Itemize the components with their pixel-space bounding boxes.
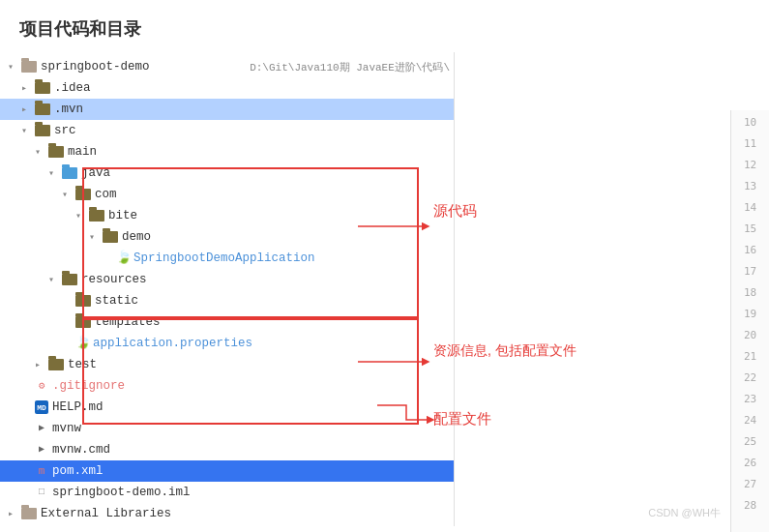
item-label: springboot-demo.iml <box>52 486 450 499</box>
tree-item-idea[interactable]: .idea <box>0 77 454 99</box>
page-title: 项目代码和目录 <box>0 0 769 52</box>
folder-icon <box>89 210 104 222</box>
item-label: SpringbootDemoApplication <box>133 251 450 265</box>
folder-icon <box>48 359 64 370</box>
tree-arrow <box>21 82 35 94</box>
line-number: 16 <box>731 240 769 261</box>
folder-icon <box>21 61 37 73</box>
tree-item-src[interactable]: src <box>0 120 454 141</box>
item-label: .idea <box>54 81 450 95</box>
folder-icon <box>75 295 91 307</box>
resource-info-annotation: 资源信息, 包括配置文件 <box>433 342 577 360</box>
tree-item-mvnw[interactable]: ▶mvnw <box>0 418 454 439</box>
item-label: mvnw <box>52 422 450 435</box>
file-icon: ⚙ <box>35 379 48 393</box>
tree-item-External Libraries[interactable]: External Libraries <box>0 503 454 524</box>
item-label: main <box>68 145 450 159</box>
tree-arrow <box>21 125 35 136</box>
file-icon: ▶ <box>35 443 48 457</box>
tree-arrow <box>75 210 89 222</box>
line-number: 23 <box>731 389 769 410</box>
item-label: test <box>68 358 450 371</box>
tree-arrow <box>48 274 62 285</box>
tree-arrow <box>62 189 75 200</box>
tree-arrow <box>89 231 103 243</box>
line-numbers-panel: 10111213141516171819202122232425262728 <box>730 110 769 532</box>
tree-item-pom.xml[interactable]: mpom.xml <box>0 460 454 482</box>
folder-icon <box>103 231 118 243</box>
file-icon: 🍃 <box>116 251 130 265</box>
item-label: mvnw.cmd <box>52 443 450 457</box>
file-icon: MD <box>35 400 48 414</box>
tree-item-HELP.md[interactable]: MDHELP.md <box>0 397 454 418</box>
tree-item-mvn[interactable]: .mvn <box>0 99 454 120</box>
line-number: 17 <box>731 261 769 282</box>
item-label: java <box>81 166 450 180</box>
tree-item-resources[interactable]: resources <box>0 269 454 290</box>
line-number: 20 <box>731 325 769 346</box>
file-icon: 🍃 <box>75 337 89 350</box>
line-number: 10 <box>731 112 769 133</box>
line-number: 26 <box>731 453 769 474</box>
folder-icon <box>75 316 91 328</box>
file-icon: m <box>35 464 48 478</box>
item-label: demo <box>122 230 450 244</box>
line-number: 21 <box>731 346 769 368</box>
line-number: 25 <box>731 431 769 453</box>
folder-icon <box>35 82 50 94</box>
folder-icon <box>62 274 77 285</box>
folder-icon <box>35 103 50 115</box>
csdn-credit: CSDN @WH牛 <box>648 506 721 520</box>
line-number: 22 <box>731 368 769 389</box>
tree-item-SpringbootDemoApplication[interactable]: 🍃SpringbootDemoApplication <box>0 248 454 269</box>
line-number: 28 <box>731 495 769 517</box>
tree-item-springboot-demo.iml[interactable]: □springboot-demo.iml <box>0 482 454 503</box>
folder-icon <box>48 146 64 158</box>
item-label: resources <box>81 273 450 286</box>
file-tree-panel: springboot-demoD:\Git\Java110期 JavaEE进阶\… <box>0 52 455 526</box>
line-number: 11 <box>731 133 769 155</box>
tree-item-bite[interactable]: bite <box>0 205 454 226</box>
item-extra: D:\Git\Java110期 JavaEE进阶\代码\ <box>250 60 450 74</box>
line-number: 15 <box>731 219 769 240</box>
tree-item-main[interactable]: main <box>0 141 454 163</box>
tree-arrow <box>48 167 62 179</box>
tree-item-java[interactable]: java <box>0 163 454 184</box>
item-label: static <box>95 294 450 308</box>
file-icon: □ <box>35 486 48 499</box>
tree-arrow <box>8 61 21 73</box>
item-label: External Libraries <box>41 507 450 520</box>
tree-item-application.properties[interactable]: 🍃application.properties <box>0 333 454 354</box>
tree-item-springboot-demo[interactable]: springboot-demoD:\Git\Java110期 JavaEE进阶\… <box>0 56 454 77</box>
tree-arrow <box>35 359 48 370</box>
item-label: templates <box>95 315 450 329</box>
line-number: 18 <box>731 282 769 304</box>
line-number: 19 <box>731 304 769 325</box>
item-label: .mvn <box>54 103 450 116</box>
tree-item-templates[interactable]: templates <box>0 311 454 333</box>
line-number: 24 <box>731 410 769 431</box>
item-label: pom.xml <box>52 464 450 478</box>
folder-icon <box>35 125 50 136</box>
item-label: HELP.md <box>52 400 450 414</box>
line-number: 27 <box>731 474 769 495</box>
tree-item-demo[interactable]: demo <box>0 226 454 248</box>
tree-arrow <box>8 508 21 519</box>
line-number: 12 <box>731 155 769 176</box>
tree-item-mvnw.cmd[interactable]: ▶mvnw.cmd <box>0 439 454 460</box>
resource-info-label: 资源信息, 包括配置文件 <box>433 342 577 358</box>
tree-item-com[interactable]: com <box>0 184 454 205</box>
item-label: bite <box>108 209 450 222</box>
item-label: application.properties <box>93 337 450 350</box>
folder-icon <box>75 189 91 200</box>
tree-item-static[interactable]: static <box>0 290 454 311</box>
line-number: 13 <box>731 176 769 197</box>
file-icon: ▶ <box>35 422 48 435</box>
item-label: .gitignore <box>52 379 450 393</box>
tree-item-Scratches and Consoles[interactable]: Scratches and Consoles <box>0 524 454 526</box>
item-label: com <box>95 188 450 201</box>
tree-item-test[interactable]: test <box>0 354 454 375</box>
tree-arrow <box>21 103 35 115</box>
item-label: springboot-demo <box>41 60 250 74</box>
tree-item-gitignore[interactable]: ⚙.gitignore <box>0 375 454 397</box>
